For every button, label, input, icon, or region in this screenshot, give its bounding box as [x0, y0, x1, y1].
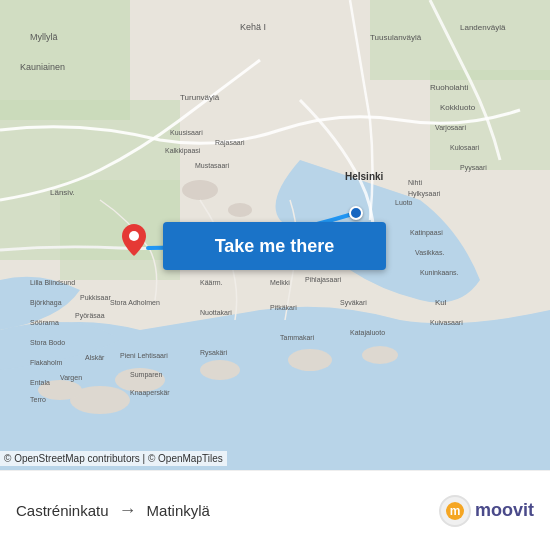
svg-text:Kul: Kul [435, 298, 447, 307]
svg-text:Luoto: Luoto [395, 199, 413, 206]
svg-text:Vargen: Vargen [60, 374, 82, 382]
svg-text:Katinpaasi: Katinpaasi [410, 229, 443, 237]
svg-text:Stora Bodo: Stora Bodo [30, 339, 65, 346]
moovit-logo: m moovit [439, 495, 534, 527]
svg-text:Nihti: Nihti [408, 179, 422, 186]
svg-text:Katajaluoto: Katajaluoto [350, 329, 385, 337]
svg-text:Kuusisaari: Kuusisaari [170, 129, 203, 136]
svg-text:Rajasaari: Rajasaari [215, 139, 245, 147]
svg-text:Pitkäkari: Pitkäkari [270, 304, 297, 311]
svg-text:Stora Adholmen: Stora Adholmen [110, 299, 160, 306]
svg-text:Varjosaari: Varjosaari [435, 124, 466, 132]
svg-text:Syväkari: Syväkari [340, 299, 367, 307]
svg-text:Käärm.: Käärm. [200, 279, 223, 286]
svg-point-6 [182, 180, 218, 200]
svg-text:Terro: Terro [30, 396, 46, 403]
svg-text:Björkhaga: Björkhaga [30, 299, 62, 307]
svg-text:Mustasaari: Mustasaari [195, 162, 230, 169]
destination-label: Matinkylä [147, 502, 210, 519]
svg-text:Helsinki: Helsinki [345, 171, 384, 182]
svg-text:Melkki: Melkki [270, 279, 290, 286]
svg-text:Flakaholm: Flakaholm [30, 359, 62, 366]
svg-text:Rysakäri: Rysakäri [200, 349, 228, 357]
svg-text:Pukkisaar: Pukkisaar [80, 294, 111, 301]
svg-point-67 [129, 231, 139, 241]
svg-text:Tuusulanväylä: Tuusulanväylä [370, 33, 422, 42]
moovit-text: moovit [475, 500, 534, 521]
svg-point-12 [362, 346, 398, 364]
svg-text:Kuivasaari: Kuivasaari [430, 319, 463, 326]
footer: Castréninkatu → Matinkylä m moovit [0, 470, 550, 550]
svg-text:Kulosaari: Kulosaari [450, 144, 480, 151]
svg-text:Söörarna: Söörarna [30, 319, 59, 326]
svg-text:Landenväylä: Landenväylä [460, 23, 506, 32]
svg-text:Myllylä: Myllylä [30, 32, 58, 42]
svg-text:Kuninkaans.: Kuninkaans. [420, 269, 459, 276]
destination-marker [122, 224, 146, 260]
svg-text:Vasikkas.: Vasikkas. [415, 249, 444, 256]
svg-point-11 [288, 349, 332, 371]
route-info: Castréninkatu → Matinkylä [16, 500, 210, 521]
svg-text:Kalkkipaasi: Kalkkipaasi [165, 147, 201, 155]
map-container: Myllylä Kauniainen Kehä I Turunväylä Län… [0, 0, 550, 470]
svg-text:Lilla Blindsund: Lilla Blindsund [30, 279, 75, 286]
svg-text:Turunväylä: Turunväylä [180, 93, 220, 102]
svg-text:Alskär: Alskär [85, 354, 105, 361]
svg-text:Hylkysaari: Hylkysaari [408, 190, 441, 198]
svg-text:Knaaperskär: Knaaperskär [130, 389, 170, 397]
svg-text:Nuottakari: Nuottakari [200, 309, 232, 316]
svg-text:Entala: Entala [30, 379, 50, 386]
take-me-there-button[interactable]: Take me there [163, 222, 386, 270]
svg-point-10 [200, 360, 240, 380]
moovit-icon: m [439, 495, 471, 527]
svg-text:Pyysaari: Pyysaari [460, 164, 487, 172]
svg-text:Sumparen: Sumparen [130, 371, 162, 379]
svg-text:Pyöräsaa: Pyöräsaa [75, 312, 105, 320]
svg-text:Pihlajasaari: Pihlajasaari [305, 276, 342, 284]
svg-text:Kauniainen: Kauniainen [20, 62, 65, 72]
svg-point-7 [228, 203, 252, 217]
svg-text:Tammakari: Tammakari [280, 334, 315, 341]
origin-label: Castréninkatu [16, 502, 109, 519]
svg-text:Kokkluoto: Kokkluoto [440, 103, 476, 112]
svg-text:Länsiv.: Länsiv. [50, 188, 75, 197]
arrow-icon: → [119, 500, 137, 521]
origin-marker [349, 206, 363, 220]
svg-rect-3 [60, 180, 180, 280]
map-attribution: © OpenStreetMap contributors | © OpenMap… [0, 451, 227, 466]
svg-text:m: m [450, 504, 461, 518]
svg-text:Pieni Lehtisaari: Pieni Lehtisaari [120, 352, 168, 359]
svg-text:Kehä I: Kehä I [240, 22, 266, 32]
svg-text:Ruoholahti: Ruoholahti [430, 83, 468, 92]
